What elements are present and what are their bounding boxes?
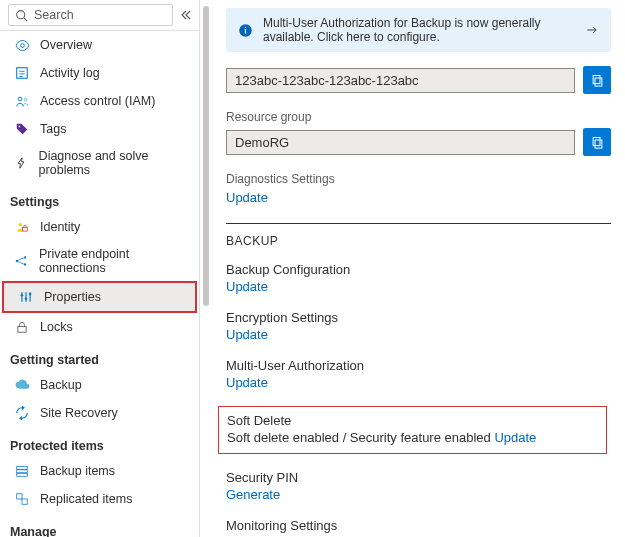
backup-section-heading: BACKUP (226, 234, 611, 248)
nav-label: Access control (IAM) (40, 94, 155, 108)
id-row: 123abc-123abc-123abc-123abc (226, 66, 611, 94)
svg-point-13 (24, 256, 26, 258)
overview-icon (14, 37, 30, 53)
arrow-right-icon (585, 23, 599, 37)
nav-label: Backup (40, 378, 82, 392)
group-getting-started: Getting started (0, 341, 199, 371)
svg-point-20 (21, 294, 24, 297)
svg-point-22 (29, 293, 32, 296)
svg-point-2 (20, 43, 24, 47)
nav-backup-items[interactable]: Backup items (0, 457, 199, 485)
search-icon (15, 9, 28, 22)
mua-block: Multi-User Authorization Update (226, 358, 611, 390)
info-icon (238, 23, 253, 38)
nav-overview[interactable]: Overview (0, 31, 199, 59)
svg-rect-27 (17, 494, 22, 499)
activity-log-icon (14, 65, 30, 81)
main-content: Multi-User Authorization for Backup is n… (212, 0, 625, 537)
copy-rg-button[interactable] (583, 128, 611, 156)
svg-rect-44 (593, 137, 600, 145)
mua-label: Multi-User Authorization (226, 358, 611, 373)
nav-label: Replicated items (40, 492, 132, 506)
svg-rect-28 (22, 499, 27, 504)
backup-configuration-label: Backup Configuration (226, 262, 611, 277)
backup-configuration-block: Backup Configuration Update (226, 262, 611, 294)
svg-point-10 (19, 223, 23, 227)
svg-point-21 (25, 297, 28, 300)
nav-diagnose[interactable]: Diagnose and solve problems (0, 143, 199, 183)
sidebar: Overview Activity log Access control (IA… (0, 0, 200, 537)
soft-delete-status: Soft delete enabled / Security feature e… (227, 430, 494, 445)
replicated-icon (14, 491, 30, 507)
nav-label: Tags (40, 122, 66, 136)
nav-access-control[interactable]: Access control (IAM) (0, 87, 199, 115)
diagnostics-update-link[interactable]: Update (226, 190, 611, 205)
svg-line-1 (24, 17, 27, 20)
nav-label: Diagnose and solve problems (39, 149, 189, 177)
monitoring-settings-block: Monitoring Settings Update (226, 518, 611, 537)
svg-rect-39 (245, 26, 246, 27)
svg-rect-43 (595, 140, 602, 148)
nav-backup[interactable]: Backup (0, 371, 199, 399)
endpoint-icon (14, 253, 29, 269)
soft-delete-update-link[interactable]: Update (494, 430, 536, 445)
svg-rect-11 (23, 228, 28, 232)
identity-icon (14, 219, 30, 235)
security-pin-label: Security PIN (226, 470, 611, 485)
mua-update-link[interactable]: Update (226, 375, 268, 390)
svg-point-8 (24, 98, 27, 101)
properties-icon (18, 289, 34, 305)
nav-properties[interactable]: Properties (2, 281, 197, 313)
resource-group-label: Resource group (226, 110, 611, 124)
svg-rect-38 (245, 29, 246, 33)
nav-activity-log[interactable]: Activity log (0, 59, 199, 87)
security-pin-block: Security PIN Generate (226, 470, 611, 502)
search-input[interactable] (34, 8, 166, 22)
nav-tags[interactable]: Tags (0, 115, 199, 143)
svg-line-16 (18, 262, 24, 265)
soft-delete-label: Soft Delete (227, 413, 598, 428)
group-protected-items: Protected items (0, 427, 199, 457)
collapse-sidebar-icon[interactable] (179, 9, 191, 21)
encryption-settings-label: Encryption Settings (226, 310, 611, 325)
svg-line-15 (18, 258, 24, 261)
tags-icon (14, 121, 30, 137)
encryption-settings-update-link[interactable]: Update (226, 327, 268, 342)
svg-rect-23 (18, 326, 26, 332)
svg-rect-41 (595, 78, 602, 86)
resource-id-field[interactable]: 123abc-123abc-123abc-123abc (226, 68, 575, 93)
backup-configuration-update-link[interactable]: Update (226, 279, 268, 294)
section-divider (226, 223, 611, 224)
resource-group-field[interactable]: DemoRG (226, 130, 575, 155)
search-box[interactable] (8, 4, 173, 26)
svg-point-9 (19, 126, 21, 128)
diagnostics-label: Diagnostics Settings (226, 172, 611, 186)
info-banner[interactable]: Multi-User Authorization for Backup is n… (226, 8, 611, 52)
scrollbar[interactable] (200, 0, 212, 537)
encryption-settings-block: Encryption Settings Update (226, 310, 611, 342)
nav-private-endpoint[interactable]: Private endpoint connections (0, 241, 199, 281)
svg-point-14 (24, 263, 26, 265)
nav-label: Private endpoint connections (39, 247, 189, 275)
nav-label: Identity (40, 220, 80, 234)
svg-point-0 (17, 10, 25, 18)
banner-text: Multi-User Authorization for Backup is n… (263, 16, 575, 44)
nav-label: Backup items (40, 464, 115, 478)
locks-icon (14, 319, 30, 335)
soft-delete-block: Soft Delete Soft delete enabled / Securi… (218, 406, 607, 454)
nav-label: Site Recovery (40, 406, 118, 420)
nav-replicated-items[interactable]: Replicated items (0, 485, 199, 513)
nav-locks[interactable]: Locks (0, 313, 199, 341)
nav-identity[interactable]: Identity (0, 213, 199, 241)
copy-id-button[interactable] (583, 66, 611, 94)
security-pin-generate-link[interactable]: Generate (226, 487, 280, 502)
svg-rect-42 (593, 75, 600, 83)
nav-label: Properties (44, 290, 101, 304)
group-manage: Manage (0, 513, 199, 537)
svg-rect-25 (17, 470, 28, 473)
group-settings: Settings (0, 183, 199, 213)
sidebar-nav: Overview Activity log Access control (IA… (0, 31, 199, 537)
nav-site-recovery[interactable]: Site Recovery (0, 399, 199, 427)
nav-label: Activity log (40, 66, 100, 80)
site-recovery-icon (14, 405, 30, 421)
